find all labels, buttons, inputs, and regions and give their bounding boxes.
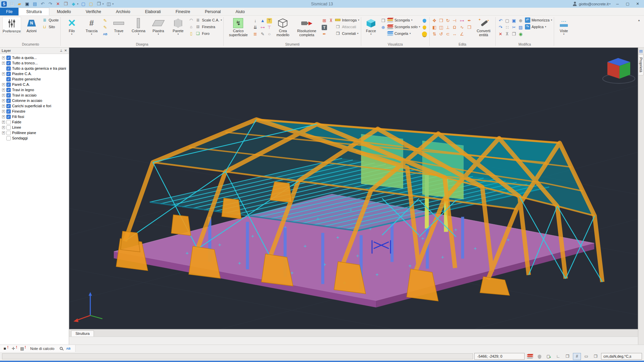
zoom-icon[interactable]: ⊕ (380, 24, 386, 31)
save-icon[interactable]: ▣ (24, 1, 30, 7)
extend-icon[interactable]: ↔ (451, 31, 458, 37)
layer-item-travi-in-acciaio[interactable]: +✓Travi in acciaio (1, 93, 69, 98)
trave-caret[interactable]: ▾ (118, 33, 119, 35)
viewport-3d[interactable] (69, 48, 638, 329)
expander-icon[interactable]: + (2, 110, 5, 113)
notes-label[interactable]: Note di calcolo (30, 347, 54, 351)
layer-checkbox[interactable]: ✓ (6, 66, 11, 71)
facce-button[interactable]: Facce ▾ (363, 17, 379, 35)
colonna-button[interactable]: Colonna ▾ (129, 17, 148, 35)
scongela-button[interactable]: Scongela ▾ (387, 17, 420, 23)
clipboard-icon[interactable]: ❐ (511, 31, 517, 37)
menu-tab-elaborati[interactable]: Elaborati (138, 8, 168, 15)
scale-ca-button[interactable]: ◠ ≣ Scale C.A. ▾ (189, 17, 222, 23)
properties-tab[interactable]: Proprietà (639, 54, 644, 75)
layer-item-polilinee-piane[interactable]: +✓Polilinee piane (1, 130, 69, 135)
layer-checkbox[interactable]: ✓ (6, 72, 11, 76)
copy-icon[interactable]: ❒ (438, 17, 444, 24)
view-3d-icon[interactable]: ❒ (380, 17, 386, 24)
finestra-button[interactable]: ⌂ ⊞ Finestra (189, 23, 222, 30)
view-cube[interactable] (603, 58, 635, 83)
pencil-tool-icon[interactable]: ✎ (259, 31, 266, 37)
selection-rect-icon[interactable]: ▢ (504, 17, 511, 24)
layer-checkbox[interactable]: ✓ (6, 93, 11, 98)
trim-icon[interactable]: ⊂ (445, 31, 451, 37)
redo-tool-icon[interactable]: ↷ (497, 24, 504, 31)
open-project-icon[interactable]: ▰ (17, 1, 22, 7)
menu-tab-aiuto[interactable]: Aiuto (228, 8, 252, 15)
layer-item-sondaggi[interactable]: +✓Sondaggi (1, 135, 69, 141)
red-table-icon[interactable]: ⊼ (328, 17, 334, 24)
account-caret[interactable]: ▾ (609, 3, 610, 5)
menu-tab-file[interactable]: File (0, 8, 18, 15)
window-caret[interactable]: ▾ (103, 3, 104, 5)
undo-icon[interactable]: ↶ (40, 1, 45, 7)
arrows-multi-icon[interactable]: ⇊ (252, 24, 258, 31)
ellipse-icon[interactable]: ○ (266, 31, 272, 37)
new-document-icon[interactable]: ❏ (9, 1, 14, 7)
colonna-caret[interactable]: ▾ (138, 33, 139, 35)
select-light-yellow-icon[interactable] (423, 25, 426, 29)
select-window-icon[interactable]: ▢ (89, 1, 94, 7)
piastra-button[interactable]: Piastra ▾ (149, 17, 168, 35)
memorizza-caret[interactable]: ▾ (551, 19, 552, 21)
layer-checkbox[interactable]: ✓ (6, 88, 11, 92)
scongela-solo-button[interactable]: Scongela solo ▾ (387, 23, 420, 30)
stretch-icon[interactable]: ⊥ (445, 24, 451, 31)
traccia-button[interactable]: # Traccia ▾ (82, 17, 101, 35)
lamp-status-button[interactable] (535, 353, 543, 360)
view-style-icon[interactable]: ◆ (71, 1, 76, 7)
new-window-icon[interactable]: ❐ (96, 1, 102, 7)
layer-checkbox[interactable]: ✓ (6, 131, 11, 135)
dynamic-input-button[interactable]: ❒ (592, 353, 600, 360)
scale-ca-caret[interactable]: ▾ (221, 19, 222, 21)
congela-caret[interactable]: ▾ (410, 33, 411, 35)
tooltip-toggle-button[interactable]: ▭ (582, 353, 590, 360)
offset-icon[interactable]: ◧ (431, 24, 438, 31)
menu-tab-modello[interactable]: Modello (49, 8, 78, 15)
mirror-line-icon[interactable]: ⊣ (451, 17, 458, 24)
close-button[interactable]: ✕ (633, 0, 643, 7)
scongela-solo-caret[interactable]: ▾ (419, 26, 420, 28)
viste-caret[interactable]: ▾ (563, 33, 565, 35)
foro-button[interactable]: ▯ ❏ Foro (189, 30, 222, 37)
expander-icon[interactable]: + (2, 56, 5, 59)
expander-icon[interactable]: + (2, 115, 5, 118)
interroga-caret[interactable]: ▾ (358, 19, 359, 21)
cut-icon[interactable]: ✂ (511, 24, 517, 31)
layer-item-falde[interactable]: +✓Falde (1, 119, 69, 125)
menu-tab-archivio[interactable]: Archivio (108, 8, 138, 15)
snap-rect-button[interactable]: ❐ (564, 353, 572, 360)
close-panel-icon[interactable]: ✕ (64, 49, 67, 53)
arrow-down-icon[interactable]: ↓ (252, 17, 258, 24)
link-icon[interactable]: ⊶ (259, 24, 266, 31)
magnifier-icon[interactable]: ⊕ (518, 17, 524, 24)
document-tab-struttura[interactable]: Struttura (71, 330, 94, 337)
layer-checkbox[interactable]: ✓ (6, 82, 11, 87)
lightbulb-icon[interactable] (422, 32, 427, 37)
camera-add-icon[interactable]: ◉ (518, 31, 524, 37)
annotate-search-icon[interactable]: AB (66, 347, 70, 350)
match-prop-icon[interactable]: ❒ (466, 24, 473, 31)
menu-tab-personal[interactable]: Personal (198, 8, 228, 15)
layer-item-piastre-generiche[interactable]: +✓Piastre generiche (1, 76, 69, 82)
memorizza-button[interactable]: ↶ Memorizza ▾ (525, 17, 552, 23)
layer-checkbox[interactable]: ✓ (6, 61, 11, 65)
congela-button[interactable]: Congela ▾ (387, 30, 420, 37)
layer-checkbox[interactable]: ✓ (6, 77, 11, 81)
layer-item-colonne-in-acciaio[interactable]: +✓Colonne in acciaio (1, 98, 69, 103)
layer-checkbox[interactable]: ✓ (6, 125, 11, 130)
sito-button[interactable]: ⊔Sito (42, 23, 59, 30)
layer-item-tutto-a-tronco[interactable]: +✓Tutto a tronco... (1, 60, 69, 66)
preferenze-button[interactable]: Preferenze (2, 17, 21, 34)
t-pin-icon[interactable]: ⊤ (266, 24, 272, 31)
load-list-icon[interactable]: ≣ (252, 31, 258, 37)
ortho-button[interactable]: ∟ (554, 353, 562, 360)
command-row[interactable] (69, 337, 638, 345)
layer-checkbox[interactable]: ✓ (6, 115, 11, 119)
mirror-icon[interactable]: ◫ (438, 24, 444, 31)
menu-tab-finestre[interactable]: Finestre (168, 8, 198, 15)
pencil-icon[interactable]: ✎ (102, 17, 108, 24)
layer-checkbox[interactable]: ✓ (6, 136, 11, 140)
view-style-caret[interactable]: ▾ (77, 3, 78, 5)
